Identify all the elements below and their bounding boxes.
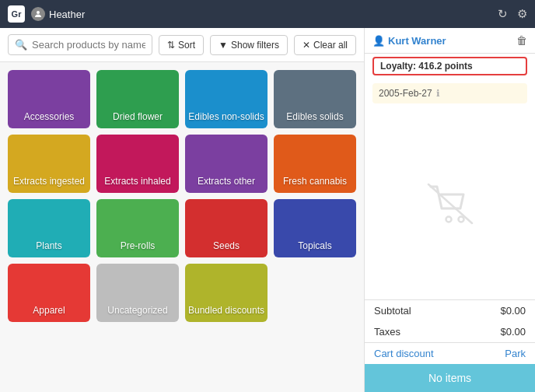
category-tile[interactable]: Extracts inhaled	[96, 135, 179, 193]
cart-bottom: Subtotal $0.00 Taxes $0.00 Cart discount…	[365, 299, 535, 392]
filter-icon: ▼	[219, 40, 228, 51]
category-tile[interactable]: Uncategorized	[96, 264, 179, 322]
subtotal-label: Subtotal	[374, 305, 411, 317]
cart-empty	[365, 108, 535, 299]
sort-label: Sort	[178, 40, 195, 51]
category-tile-label: Fresh cannabis	[283, 176, 347, 187]
customer-icon: 👤	[372, 35, 385, 47]
clear-icon: ✕	[302, 40, 310, 51]
svg-point-1	[446, 216, 451, 222]
category-tile-label: Extracts inhaled	[104, 176, 170, 187]
topbar: Gr Heather ↻ ⚙	[0, 0, 535, 28]
clear-button[interactable]: ✕ Clear all	[294, 35, 356, 55]
search-icon: 🔍	[15, 39, 27, 51]
filter-label: Show filters	[231, 40, 279, 51]
app-logo: Gr	[8, 5, 25, 23]
category-tile[interactable]: Plants	[8, 199, 90, 257]
category-tile-label: Apparel	[33, 305, 65, 316]
category-tile-label: Pre-rolls	[121, 240, 156, 251]
loyalty-badge: Loyalty: 416.2 points	[372, 57, 527, 75]
customer-name: 👤 Kurt Warner	[372, 35, 446, 47]
no-items-bar: No items	[365, 364, 535, 392]
search-input[interactable]	[32, 39, 145, 51]
dob-value: 2005-Feb-27	[379, 88, 432, 99]
cart-actions: Cart discount Park	[365, 342, 535, 364]
category-tile[interactable]: Edibles solids	[274, 70, 356, 128]
category-tile-label: Uncategorized	[107, 305, 167, 316]
subtotal-value: $0.00	[500, 305, 526, 317]
park-button[interactable]: Park	[505, 348, 526, 359]
category-tile[interactable]: Extracts ingested	[8, 135, 90, 193]
left-panel: 🔍 ⇅ Sort ▼ Show filters ✕ Clear all Acce…	[0, 28, 364, 392]
filter-button[interactable]: ▼ Show filters	[210, 35, 288, 55]
category-tile-label: Topicals	[298, 240, 331, 251]
category-tile-label: Extracts other	[198, 176, 255, 187]
category-tile[interactable]: Fresh cannabis	[274, 135, 356, 193]
loyalty-points: 416.2 points	[418, 61, 472, 72]
category-tile[interactable]: Pre-rolls	[96, 199, 179, 257]
category-tile-label: Accessories	[24, 111, 75, 122]
category-tile[interactable]: Edibles non-solids	[185, 70, 268, 128]
right-panel: 👤 Kurt Warner 🗑 Loyalty: 416.2 points 20…	[364, 28, 535, 392]
category-tile[interactable]: Apparel	[8, 264, 90, 322]
category-tile-label: Extracts ingested	[13, 176, 85, 187]
category-tile[interactable]: Seeds	[185, 199, 268, 257]
clear-label: Clear all	[313, 40, 348, 51]
category-tile-label: Seeds	[213, 240, 240, 251]
category-tile-label: Dried flower	[113, 111, 163, 122]
category-tile[interactable]: Extracts other	[185, 135, 268, 193]
user-avatar-icon	[31, 7, 45, 21]
refresh-icon[interactable]: ↻	[498, 7, 508, 21]
svg-point-2	[458, 216, 463, 222]
taxes-label: Taxes	[374, 326, 400, 338]
taxes-value: $0.00	[500, 326, 526, 338]
dob-row: 2005-Feb-27 ℹ	[372, 83, 527, 103]
subtotal-row: Subtotal $0.00	[365, 300, 535, 321]
category-tile-label: Bundled discounts	[188, 305, 264, 316]
category-tile-label: Plants	[36, 240, 61, 251]
topbar-actions: ↻ ⚙	[498, 7, 527, 21]
main-layout: 🔍 ⇅ Sort ▼ Show filters ✕ Clear all Acce…	[0, 28, 535, 392]
dob-info-icon: ℹ	[436, 88, 440, 99]
customer-header: 👤 Kurt Warner 🗑	[365, 28, 535, 54]
svg-point-0	[37, 11, 40, 14]
category-tile[interactable]: Bundled discounts	[185, 264, 268, 322]
delete-customer-icon[interactable]: 🗑	[516, 34, 527, 47]
category-grid: AccessoriesDried flowerEdibles non-solid…	[0, 62, 364, 330]
search-input-wrap[interactable]: 🔍	[8, 34, 152, 55]
username-label: Heather	[49, 9, 85, 20]
sort-icon: ⇅	[167, 40, 175, 51]
category-tile[interactable]: Accessories	[8, 70, 90, 128]
taxes-row: Taxes $0.00	[365, 321, 535, 342]
category-tile[interactable]: Dried flower	[96, 70, 179, 128]
empty-cart-icon	[427, 183, 474, 226]
category-tile[interactable]: Topicals	[274, 199, 356, 257]
sort-button[interactable]: ⇅ Sort	[159, 35, 204, 55]
search-bar-area: 🔍 ⇅ Sort ▼ Show filters ✕ Clear all	[0, 28, 364, 62]
cart-discount-button[interactable]: Cart discount	[374, 348, 434, 359]
settings-icon[interactable]: ⚙	[517, 7, 527, 21]
category-tile-label: Edibles solids	[286, 111, 343, 122]
topbar-user: Heather	[31, 7, 491, 21]
category-tile-label: Edibles non-solids	[188, 111, 264, 122]
